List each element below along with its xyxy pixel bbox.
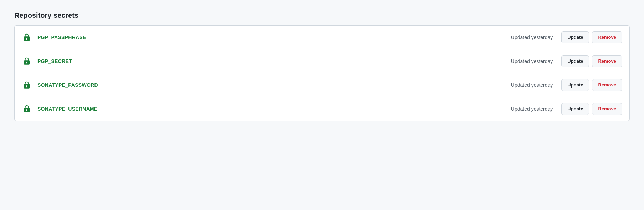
section-title: Repository secrets <box>14 11 630 20</box>
remove-button[interactable]: Remove <box>592 55 622 67</box>
secret-row: PGP_SECRET Updated yesterday Update Remo… <box>15 49 629 73</box>
secret-row: SONATYPE_USERNAME Updated yesterday Upda… <box>15 97 629 121</box>
remove-button[interactable]: Remove <box>592 79 622 91</box>
action-buttons: Update Remove <box>561 55 622 67</box>
secret-updated-timestamp: Updated yesterday <box>511 82 553 88</box>
action-buttons: Update Remove <box>561 103 622 115</box>
remove-button[interactable]: Remove <box>592 31 622 43</box>
page-container: Repository secrets PGP_PASSPHRASE Update… <box>0 0 644 210</box>
secret-name: SONATYPE_PASSWORD <box>37 82 511 88</box>
update-button[interactable]: Update <box>561 79 589 91</box>
update-button[interactable]: Update <box>561 31 589 43</box>
secret-name: SONATYPE_USERNAME <box>37 106 511 112</box>
update-button[interactable]: Update <box>561 55 589 67</box>
action-buttons: Update Remove <box>561 79 622 91</box>
secret-name: PGP_PASSPHRASE <box>37 35 511 40</box>
secret-row: SONATYPE_PASSWORD Updated yesterday Upda… <box>15 73 629 97</box>
secret-updated-timestamp: Updated yesterday <box>511 35 553 40</box>
secret-updated-timestamp: Updated yesterday <box>511 106 553 112</box>
lock-icon <box>22 32 32 42</box>
secret-row: PGP_PASSPHRASE Updated yesterday Update … <box>15 26 629 49</box>
secret-updated-timestamp: Updated yesterday <box>511 58 553 64</box>
lock-icon <box>22 104 32 114</box>
remove-button[interactable]: Remove <box>592 103 622 115</box>
update-button[interactable]: Update <box>561 103 589 115</box>
secrets-list: PGP_PASSPHRASE Updated yesterday Update … <box>14 25 630 121</box>
lock-icon <box>22 80 32 90</box>
action-buttons: Update Remove <box>561 31 622 43</box>
secret-name: PGP_SECRET <box>37 58 511 64</box>
lock-icon <box>22 56 32 66</box>
